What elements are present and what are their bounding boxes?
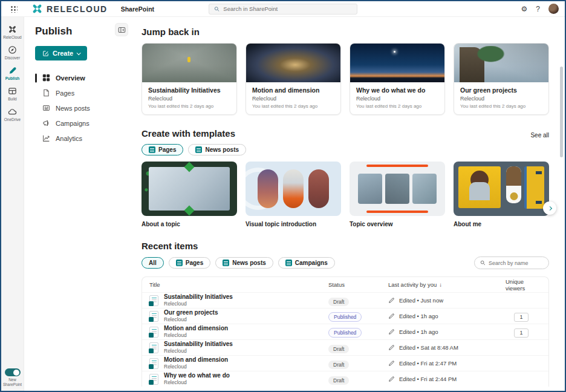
template-title: Topic overview — [350, 221, 445, 227]
vertical-scrollbar[interactable] — [560, 38, 563, 388]
global-search[interactable] — [209, 4, 357, 15]
analytics-icon — [42, 134, 50, 142]
page-doc-icon — [149, 295, 158, 306]
template-photo — [358, 174, 382, 204]
jump-card-why-we-do[interactable]: Why we do what we do Relecloud You last … — [350, 43, 445, 115]
sidebar-item-overview[interactable]: Overview — [35, 70, 128, 85]
jump-card-sustainability[interactable]: Sustainability Initiatives Relecloud You… — [142, 43, 237, 115]
sidebar-item-label: Overview — [56, 74, 85, 82]
jump-card-green-projects[interactable]: Our green projects Relecloud You last ed… — [454, 43, 549, 115]
page-icon — [42, 89, 50, 97]
unique-viewers-count: 1 — [514, 328, 529, 338]
table-row[interactable]: Motion and dimension Relecloud Published… — [142, 324, 548, 339]
main-content: Jump back in Sustainability Initiatives … — [137, 17, 565, 391]
build-icon — [8, 87, 17, 96]
sort-descending-icon: ↓ — [439, 281, 442, 288]
settings-gear-icon[interactable]: ⚙ — [521, 5, 528, 13]
page-doc-icon — [149, 327, 158, 338]
filter-pill-label: Pages — [186, 260, 203, 266]
card-title: Why we do what we do — [356, 87, 438, 94]
sidebar-item-campaigns[interactable]: Campaigns — [35, 116, 128, 131]
news-mini-icon — [195, 146, 202, 153]
sidebar-item-analytics[interactable]: Analytics — [35, 131, 128, 146]
jump-card-motion[interactable]: Motion and dimension Relecloud You last … — [246, 43, 341, 115]
name-search-input[interactable] — [489, 260, 543, 266]
rail-item-publish[interactable]: Publish — [1, 63, 24, 83]
column-title[interactable]: Title — [149, 281, 328, 288]
filter-pill-news-posts[interactable]: News posts — [188, 144, 246, 155]
templates-next-button[interactable] — [543, 201, 556, 215]
table-row[interactable]: Why we do what we do Relecloud Draft Edi… — [142, 371, 548, 387]
rail-item-build[interactable]: Build — [1, 83, 24, 104]
status-badge: Draft — [328, 345, 349, 353]
template-card-about-me[interactable]: About me — [454, 162, 549, 227]
template-card-topic-overview[interactable]: Topic overview — [350, 162, 445, 227]
template-title: About a topic — [142, 221, 237, 227]
row-activity: Edited • 1h ago — [399, 328, 438, 335]
column-unique-viewers[interactable]: Unique viewers — [497, 278, 541, 292]
table-row[interactable]: Sustainability Initiatives Relecloud Dra… — [142, 292, 548, 308]
card-thumbnail — [246, 44, 340, 82]
sidebar-item-label: News posts — [56, 105, 90, 112]
name-search[interactable] — [474, 256, 549, 269]
row-title: Our green projects — [164, 309, 218, 316]
filter-pill-pages[interactable]: Pages — [169, 257, 210, 269]
filter-pill-pages[interactable]: Pages — [142, 144, 183, 155]
edit-pencil-icon — [388, 344, 395, 351]
page-title: Publish — [35, 25, 72, 38]
brand: RELECLOUD — [31, 3, 108, 15]
filter-pill-label: News posts — [232, 260, 266, 266]
sidebar-item-label: Analytics — [56, 135, 82, 142]
pen-icon — [8, 66, 17, 75]
template-thumbnail — [142, 162, 237, 216]
jump-back-in-cards: Sustainability Initiatives Relecloud You… — [142, 43, 549, 115]
filter-pill-label: Campaigns — [295, 260, 328, 266]
rail-item-discover[interactable]: Discover — [1, 42, 24, 63]
row-site: Relecloud — [164, 348, 233, 354]
template-card-about-a-topic[interactable]: About a topic — [142, 162, 237, 227]
collapse-pane-icon — [118, 26, 126, 34]
sidebar-item-news-posts[interactable]: News posts — [35, 100, 128, 116]
sidebar-item-pages[interactable]: Pages — [35, 85, 128, 100]
card-edited: You last edited this 2 days ago — [356, 103, 438, 109]
create-button[interactable]: Create — [35, 46, 87, 60]
global-search-input[interactable] — [223, 5, 352, 12]
filter-pill-all[interactable]: All — [142, 257, 164, 269]
filter-pill-label: Pages — [158, 146, 176, 153]
card-edited: You last edited this 2 days ago — [148, 103, 230, 109]
table-row[interactable]: Sustainability Initiatives Relecloud Dra… — [142, 339, 548, 355]
rail-item-onedrive[interactable]: OneDrive — [1, 104, 24, 125]
card-site: Relecloud — [148, 96, 230, 102]
rail-item-relecloud[interactable]: ReleCloud — [1, 22, 24, 42]
scrollbar-thumb[interactable] — [560, 67, 563, 157]
template-filters: Pages News posts — [142, 144, 549, 155]
template-photo — [412, 174, 437, 204]
template-photo — [258, 169, 278, 208]
page-mini-icon — [176, 260, 183, 266]
recent-items-heading: Recent items — [142, 241, 198, 251]
row-title: Sustainability Initiatives — [164, 341, 233, 348]
app-launcher-button[interactable] — [7, 2, 21, 16]
row-activity: Edited • Fri at 2:47 PM — [399, 360, 457, 367]
filter-pill-label: News posts — [205, 146, 239, 153]
table-row[interactable]: Our green projects Relecloud Published E… — [142, 308, 548, 324]
filter-pill-campaigns[interactable]: Campaigns — [278, 257, 335, 269]
row-title: Why we do what we do — [164, 372, 230, 379]
sidebar-item-label: Pages — [56, 90, 74, 97]
row-activity: Edited • Fri at 2:44 PM — [399, 376, 457, 382]
table-header-row: Title Status Last activity by you↓ Uniqu… — [142, 277, 548, 292]
template-card-visual-topic[interactable]: Visual topic introduction — [246, 162, 341, 227]
column-last-activity[interactable]: Last activity by you↓ — [388, 281, 497, 288]
see-all-link[interactable]: See all — [530, 132, 549, 139]
template-thumbnail — [246, 162, 341, 216]
user-avatar[interactable] — [548, 4, 559, 14]
table-row[interactable]: Motion and dimension Relecloud Draft Edi… — [142, 355, 548, 371]
grid-icon — [42, 74, 50, 82]
filter-pill-news-posts[interactable]: News posts — [215, 257, 273, 269]
template-thumbnail — [454, 162, 549, 216]
new-sharepoint-toggle[interactable] — [5, 368, 21, 376]
help-icon[interactable]: ? — [536, 5, 540, 13]
column-status[interactable]: Status — [328, 281, 388, 288]
collapse-sidebar-button[interactable] — [115, 23, 128, 36]
row-title: Motion and dimension — [164, 356, 228, 364]
